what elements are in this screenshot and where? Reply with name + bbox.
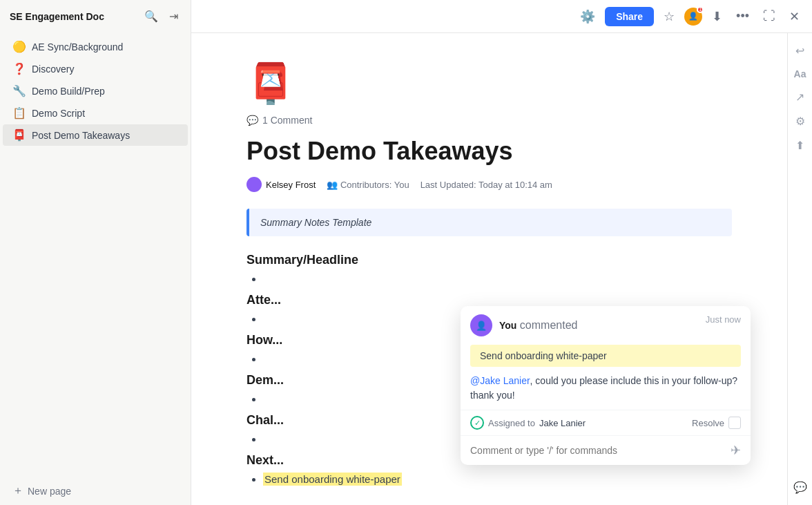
section-summary-title: Summary/Headline — [246, 253, 732, 267]
close-icon-button[interactable]: ✕ — [785, 6, 804, 27]
right-toolbar: ↩ Aa ↗ ⚙ ⬆ 💬 — [787, 33, 812, 505]
search-icon-button[interactable]: 🔍 — [142, 8, 161, 24]
section-attendees-title: Atte... — [246, 293, 732, 307]
author-avatar — [246, 177, 262, 192]
comment-action: commented — [520, 319, 578, 331]
resolve-label: Resolve — [692, 418, 724, 428]
comment-mention: @Jake Lanier — [470, 375, 530, 386]
highlighted-item: Send onboarding white-paper — [263, 473, 402, 486]
section-summary: Summary/Headline — [246, 253, 732, 285]
sidebar-item-demo-script-label: Demo Script — [32, 108, 85, 119]
sidebar-item-demo-build[interactable]: 🔧 Demo Build/Prep — [3, 80, 188, 102]
assigned-label: Assigned to — [488, 418, 535, 428]
demo-script-icon: 📋 — [12, 106, 26, 120]
demo-build-icon: 🔧 — [12, 84, 26, 97]
sidebar-item-ae-sync[interactable]: 🟡 AE Sync/Background — [3, 36, 188, 57]
last-updated-label: Last Updated: — [420, 180, 476, 190]
user-avatar: 👤 1 — [684, 8, 702, 26]
last-updated-value: Today at 10:14 am — [478, 180, 552, 190]
resolve-checkbox[interactable] — [728, 417, 741, 429]
comment-count-label: 1 Comment — [262, 115, 312, 126]
comment-time: Just now — [706, 314, 741, 325]
post-demo-icon: 📮 — [12, 128, 26, 142]
sidebar-item-discovery[interactable]: ❓ Discovery — [3, 58, 188, 79]
more-options-button[interactable]: ••• — [732, 6, 753, 26]
comment-input-area: ✈ — [461, 435, 751, 465]
comment-right-button[interactable]: 💬 — [791, 478, 810, 497]
section-next-bullet: Send onboarding white-paper — [263, 473, 732, 485]
collapse-right-button[interactable]: ↩ — [793, 41, 807, 60]
section-summary-bullet — [263, 273, 732, 285]
sidebar-title: SE Engagement Doc — [10, 11, 104, 22]
assigned-section: ✓ Assigned to Jake Lanier — [470, 416, 586, 430]
plus-icon: ＋ — [12, 484, 23, 498]
comment-send-button[interactable]: ✈ — [731, 443, 741, 458]
doc-title: Post Demo Takeaways — [246, 137, 732, 166]
share-button[interactable]: Share — [605, 7, 654, 26]
main-content: ⚙️ Share ☆ 👤 1 ⬇ ••• ⛶ ✕ ↩ Aa ↗ ⚙ ⬆ 💬 📮 … — [191, 0, 812, 505]
comment-meta: You commented — [499, 319, 577, 332]
upload-right-button[interactable]: ⬆ — [793, 136, 807, 155]
contributors-icon: 👥 — [327, 180, 338, 190]
ae-sync-icon: 🟡 — [12, 40, 26, 53]
assigned-check-icon: ✓ — [470, 416, 484, 430]
document-area: 📮 💬 1 Comment Post Demo Takeaways Kelsey… — [191, 33, 787, 505]
share-right-button[interactable]: ↗ — [793, 88, 807, 106]
notification-badge: 1 — [697, 6, 704, 13]
comment-icon: 💬 — [246, 115, 258, 126]
author-name: Kelsey Frost — [266, 180, 316, 190]
contributors-section: 👥 Contributors: You — [327, 180, 409, 190]
comment-header: 👤 You commented Just now — [461, 306, 751, 342]
contributors-label: Contributors: — [340, 180, 392, 190]
expand-icon-button[interactable]: ⛶ — [759, 6, 780, 26]
last-updated-section: Last Updated: Today at 10:14 am — [420, 180, 552, 190]
download-icon-button[interactable]: ⬇ — [708, 6, 726, 27]
settings-icon-button[interactable]: ⚙️ — [576, 6, 599, 27]
new-page-label: New page — [28, 486, 71, 497]
sidebar-header-icons: 🔍 ⇥ — [142, 8, 181, 24]
star-icon-button[interactable]: ☆ — [659, 6, 679, 27]
doc-meta: Kelsey Frost 👥 Contributors: You Last Up… — [246, 177, 732, 192]
sidebar-nav: 🟡 AE Sync/Background ❓ Discovery 🔧 Demo … — [0, 32, 191, 477]
sidebar-item-ae-sync-label: AE Sync/Background — [32, 41, 123, 53]
sidebar-item-post-demo-label: Post Demo Takeaways — [32, 130, 130, 141]
doc-emoji: 📮 — [246, 61, 732, 106]
collapse-sidebar-button[interactable]: ⇥ — [166, 8, 181, 24]
summary-block: Summary Notes Template — [246, 209, 732, 236]
comment-popup: 👤 You commented Just now Send onboarding… — [461, 306, 751, 465]
comment-user-info: 👤 You commented — [470, 314, 577, 336]
settings-right-button[interactable]: ⚙ — [793, 112, 808, 131]
contributors-value: You — [394, 180, 409, 190]
sidebar-item-discovery-label: Discovery — [32, 64, 74, 75]
comment-input[interactable] — [470, 445, 725, 456]
sidebar: SE Engagement Doc 🔍 ⇥ 🟡 AE Sync/Backgrou… — [0, 0, 191, 505]
sidebar-item-post-demo[interactable]: 📮 Post Demo Takeaways — [3, 124, 188, 146]
sidebar-header: SE Engagement Doc 🔍 ⇥ — [0, 0, 191, 32]
comment-author: You — [499, 320, 516, 331]
resolve-section: Resolve — [692, 417, 741, 429]
font-size-button[interactable]: Aa — [791, 66, 809, 82]
comment-body: @Jake Lanier, could you please include t… — [461, 374, 751, 410]
topbar: ⚙️ Share ☆ 👤 1 ⬇ ••• ⛶ ✕ — [191, 0, 812, 33]
summary-block-text: Summary Notes Template — [260, 217, 371, 228]
sidebar-item-demo-build-label: Demo Build/Prep — [32, 86, 105, 97]
sidebar-item-demo-script[interactable]: 📋 Demo Script — [3, 102, 188, 124]
discovery-icon: ❓ — [12, 62, 26, 75]
comment-count: 💬 1 Comment — [246, 115, 732, 126]
comment-avatar: 👤 — [470, 314, 492, 336]
comment-footer: ✓ Assigned to Jake Lanier Resolve — [461, 410, 751, 435]
assigned-name: Jake Lanier — [539, 418, 586, 428]
doc-author: Kelsey Frost — [246, 177, 316, 192]
comment-highlighted-text: Send onboarding white-paper — [470, 345, 741, 367]
new-page-button[interactable]: ＋ New page — [3, 479, 188, 502]
